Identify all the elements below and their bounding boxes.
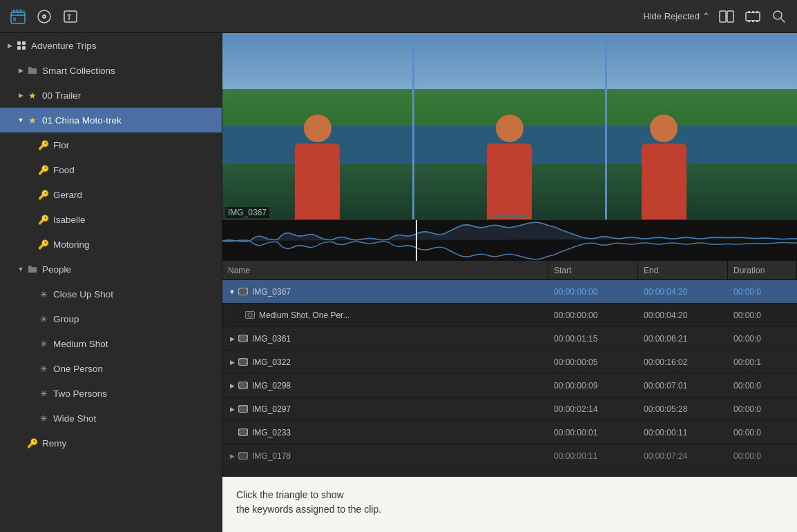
smart-collection-icon: ✳	[37, 362, 50, 375]
waveform-svg	[222, 220, 797, 261]
cell-name: ▶ IMG_0298	[222, 374, 548, 397]
title-icon[interactable]: T	[61, 7, 80, 26]
cell-start: 00:00:00:05	[548, 351, 638, 373]
svg-rect-56	[239, 457, 240, 458]
row-expand-triangle[interactable]: ▼	[228, 288, 236, 296]
movie-clapper-icon[interactable]	[8, 7, 28, 26]
table-row[interactable]: ▶ IMG_0233 00:00:00:01	[222, 421, 797, 444]
svg-rect-20	[17, 46, 21, 50]
sidebar-item-isabelle[interactable]: ▶ 🔑 Isabelle	[0, 207, 222, 232]
sidebar-item-people[interactable]: ▼ People	[0, 257, 222, 282]
film-strip-icon	[238, 335, 249, 343]
table-row[interactable]: ▶ IMG_0297 00:00:02:14	[222, 397, 797, 421]
row-expand-triangle[interactable]: ▶	[228, 452, 236, 460]
svg-point-5	[44, 16, 45, 17]
sidebar-item-label: One Person	[53, 364, 103, 374]
sidebar-item-label: Wide Shot	[53, 413, 96, 424]
table-body: ▼ IMG_0367 00:00:00:00	[222, 280, 797, 477]
svg-rect-48	[246, 410, 247, 411]
svg-rect-18	[17, 41, 21, 45]
main-area: ▶ Adventure Trips ▶ Smart Collections	[0, 33, 797, 532]
sidebar-item-label: Remy	[42, 438, 66, 449]
sidebar-item-00-trailer[interactable]: ▶ ★ 00 Trailer	[0, 83, 222, 108]
clip-1[interactable]	[222, 33, 414, 219]
svg-rect-21	[22, 46, 26, 50]
sidebar-item-label: 01 China Moto-trek	[42, 115, 122, 126]
keyword-icon: 🔑	[26, 437, 39, 449]
expand-triangle: ▶	[6, 41, 14, 50]
expand-triangle: ▶	[17, 66, 25, 75]
cell-end: 00:00:16:02	[638, 351, 728, 373]
sidebar-item-motoring[interactable]: ▶ 🔑 Motoring	[0, 232, 222, 257]
svg-rect-57	[246, 453, 247, 454]
clip-2[interactable]	[414, 33, 606, 219]
scroll-handle[interactable]	[492, 215, 527, 218]
cell-name: ▶ IMG_0361	[222, 327, 548, 350]
table-row[interactable]: ▼ IMG_0367 00:00:00:00	[222, 280, 797, 304]
sidebar-item-one-person[interactable]: ▶ ✳ One Person	[0, 356, 222, 381]
sidebar-item-two-persons[interactable]: ▶ ✳ Two Persons	[0, 381, 222, 406]
sidebar-item-medium-shot[interactable]: ▶ ✳ Medium Shot	[0, 331, 222, 356]
clip-filename: IMG_0322	[252, 357, 291, 367]
table-row[interactable]: ▶ IMG_0322 00:00:00:05	[222, 351, 797, 374]
cell-start: 00:00:00:00	[548, 280, 638, 303]
cell-name: ▶ IMG_0178	[222, 444, 548, 467]
cell-start: 00:00:00:00	[548, 304, 638, 326]
table-row[interactable]: ▶ IMG_0298 00:00:00:09	[222, 374, 797, 397]
tooltip-text-line2: the keywords assigned to the clip.	[236, 504, 381, 515]
svg-rect-24	[239, 293, 240, 294]
film-strip-icon	[238, 288, 249, 296]
sidebar-item-remy[interactable]: ▶ 🔑 Remy	[0, 431, 222, 455]
sidebar-item-close-up-shot[interactable]: ▶ ✳ Close Up Shot	[0, 282, 222, 306]
column-header-name: Name	[222, 261, 548, 279]
smart-collection-icon: ✳	[37, 412, 50, 424]
sidebar-item-gerard[interactable]: ▶ 🔑 Gerard	[0, 182, 222, 207]
cell-duration: 00:00:0	[728, 304, 797, 326]
music-note-icon[interactable]	[35, 7, 54, 26]
filmstrip-icon[interactable]	[743, 7, 762, 26]
row-expand-triangle[interactable]: ▶	[228, 358, 236, 366]
sidebar: ▶ Adventure Trips ▶ Smart Collections	[0, 33, 222, 532]
svg-rect-36	[239, 363, 240, 364]
cell-name: ▶ IMG_0297	[222, 397, 548, 420]
sidebar-item-adventure-trips[interactable]: ▶ Adventure Trips	[0, 33, 222, 58]
table-row[interactable]: ▶ IMG_0178 00:00:00:11	[222, 444, 797, 468]
split-view-icon[interactable]	[717, 7, 736, 26]
row-expand-triangle[interactable]: ▶	[228, 405, 236, 413]
svg-rect-58	[246, 457, 247, 458]
table-row[interactable]: Medium Shot, One Per... 00:00:00:00 00:0…	[222, 304, 797, 327]
sidebar-item-flor[interactable]: ▶ 🔑 Flor	[0, 132, 222, 157]
clip-filename: IMG_0298	[252, 381, 291, 391]
expand-triangle: ▼	[17, 265, 25, 273]
toolbar-left: T	[8, 7, 80, 26]
svg-rect-19	[22, 41, 26, 45]
row-expand-triangle[interactable]: ▶	[228, 335, 236, 343]
chevron-up-icon: ⌃	[702, 11, 710, 21]
preview-area: IMG_0367	[222, 33, 797, 261]
cell-name: ▼ IMG_0367	[222, 280, 548, 303]
sidebar-item-label: Isabelle	[53, 215, 86, 225]
hide-rejected-label: Hide Rejected	[643, 11, 700, 21]
svg-rect-50	[239, 429, 240, 431]
svg-text:T: T	[67, 14, 71, 21]
cell-duration: 00:00:0	[728, 421, 797, 444]
smart-collection-icon: ✳	[37, 288, 50, 300]
clip-3[interactable]	[607, 33, 797, 219]
cell-end: 00:00:07:01	[638, 374, 728, 397]
search-icon[interactable]	[769, 7, 789, 26]
sidebar-item-group[interactable]: ▶ ✳ Group	[0, 306, 222, 331]
cell-end: 00:00:00:11	[638, 421, 728, 444]
keyword-name: Medium Shot, One Per...	[259, 311, 349, 320]
sidebar-item-wide-shot[interactable]: ▶ ✳ Wide Shot	[0, 406, 222, 431]
row-expand-triangle[interactable]: ▶	[228, 382, 236, 390]
svg-rect-1	[11, 10, 25, 12]
svg-rect-11	[748, 11, 750, 13]
svg-rect-25	[246, 288, 247, 290]
svg-point-17	[774, 11, 782, 19]
sidebar-item-smart-collections[interactable]: ▶ Smart Collections	[0, 58, 222, 83]
hide-rejected-button[interactable]: Hide Rejected ⌃	[643, 11, 710, 21]
column-header-start: Start	[548, 261, 638, 279]
sidebar-item-01-china-moto-trek[interactable]: ▼ ★ 01 China Moto-trek	[0, 108, 222, 132]
table-row[interactable]: ▶ IMG_0361 00:00:01:15	[222, 327, 797, 351]
sidebar-item-food[interactable]: ▶ 🔑 Food	[0, 157, 222, 182]
